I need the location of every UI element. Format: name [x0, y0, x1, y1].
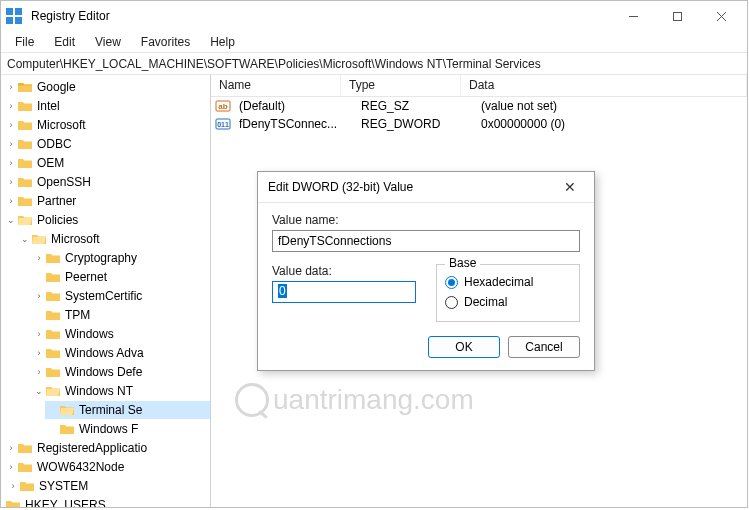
expand-icon[interactable]: ›	[5, 442, 17, 454]
header-name[interactable]: Name	[211, 75, 341, 96]
folder-icon	[17, 118, 33, 132]
folder-icon	[45, 251, 61, 265]
tree-item-openssh[interactable]: OpenSSH	[37, 175, 91, 189]
svg-text:ab: ab	[218, 102, 227, 111]
radio-label: Hexadecimal	[464, 275, 533, 289]
ok-button[interactable]: OK	[428, 336, 500, 358]
svg-rect-0	[6, 8, 13, 15]
tree-item-google[interactable]: Google	[37, 80, 76, 94]
tree-item-partner[interactable]: Partner	[37, 194, 76, 208]
regedit-icon	[5, 7, 23, 25]
menu-help[interactable]: Help	[200, 33, 245, 51]
tree-pane[interactable]: ›Google ›Intel ›Microsoft ›ODBC ›OEM ›Op…	[1, 75, 211, 507]
maximize-button[interactable]	[655, 2, 699, 30]
expand-icon[interactable]: ›	[5, 195, 17, 207]
tree-item-windows[interactable]: Windows	[65, 327, 114, 341]
tree-item-policies-microsoft[interactable]: Microsoft	[51, 232, 100, 246]
menu-favorites[interactable]: Favorites	[131, 33, 200, 51]
expand-icon[interactable]: ›	[33, 366, 45, 378]
folder-icon	[45, 308, 61, 322]
tree-item-terminal-services[interactable]: Terminal Se	[79, 403, 142, 417]
dialog-close-button[interactable]: ✕	[556, 177, 584, 197]
radio-label: Decimal	[464, 295, 507, 309]
expand-spacer	[47, 404, 59, 416]
folder-icon	[17, 99, 33, 113]
close-button[interactable]	[699, 2, 743, 30]
svg-rect-5	[673, 12, 681, 20]
tree-item-policies[interactable]: Policies	[37, 213, 78, 227]
svg-rect-3	[15, 17, 22, 24]
edit-dword-dialog: Edit DWORD (32-bit) Value ✕ Value name: …	[257, 171, 595, 371]
folder-open-icon	[31, 232, 47, 246]
collapse-icon[interactable]: ⌄	[5, 214, 17, 226]
expand-icon[interactable]: ›	[5, 81, 17, 93]
expand-icon[interactable]: ›	[5, 119, 17, 131]
tree-item-systemcert[interactable]: SystemCertific	[65, 289, 142, 303]
expand-icon[interactable]: ›	[5, 461, 17, 473]
menu-file[interactable]: File	[5, 33, 44, 51]
folder-icon	[17, 80, 33, 94]
expand-icon[interactable]: ›	[33, 347, 45, 359]
expand-icon[interactable]: ›	[5, 138, 17, 150]
value-type: REG_DWORD	[357, 117, 477, 131]
header-type[interactable]: Type	[341, 75, 461, 96]
folder-icon	[45, 270, 61, 284]
tree-item-system[interactable]: SYSTEM	[39, 479, 88, 493]
tree-item-wow64[interactable]: WOW6432Node	[37, 460, 124, 474]
expand-icon[interactable]: ›	[7, 480, 19, 492]
svg-rect-1	[15, 8, 22, 15]
tree-item-intel[interactable]: Intel	[37, 99, 60, 113]
base-fieldset: Base Hexadecimal Decimal	[436, 264, 580, 322]
folder-icon	[5, 498, 21, 507]
tree-item-odbc[interactable]: ODBC	[37, 137, 72, 151]
dword-value-icon: 011	[215, 116, 231, 132]
radio-decimal[interactable]: Decimal	[445, 293, 571, 311]
value-name: (Default)	[235, 99, 357, 113]
expand-icon[interactable]: ›	[5, 176, 17, 188]
dialog-titlebar[interactable]: Edit DWORD (32-bit) Value ✕	[258, 172, 594, 202]
tree-item-microsoft[interactable]: Microsoft	[37, 118, 86, 132]
folder-icon	[17, 175, 33, 189]
value-name-input[interactable]	[272, 230, 580, 252]
expand-icon[interactable]: ›	[33, 328, 45, 340]
expand-icon[interactable]: ›	[33, 252, 45, 264]
value-data-input[interactable]: 0	[272, 281, 416, 303]
tree-item-windowsdef[interactable]: Windows Defe	[65, 365, 142, 379]
tree-item-hkeyusers[interactable]: HKEY_USERS	[25, 498, 106, 507]
collapse-icon[interactable]: ⌄	[33, 385, 45, 397]
folder-open-icon	[59, 403, 75, 417]
collapse-icon[interactable]: ⌄	[19, 233, 31, 245]
tree-item-windowsadv[interactable]: Windows Adva	[65, 346, 144, 360]
list-header: Name Type Data	[211, 75, 747, 97]
tree-item-cryptography[interactable]: Cryptography	[65, 251, 137, 265]
tree-item-windowsf[interactable]: Windows F	[79, 422, 138, 436]
value-data: (value not set)	[477, 99, 747, 113]
expand-icon[interactable]: ›	[5, 157, 17, 169]
path-bar[interactable]: Computer\HKEY_LOCAL_MACHINE\SOFTWARE\Pol…	[1, 53, 747, 75]
menubar: File Edit View Favorites Help	[1, 31, 747, 53]
folder-icon	[45, 365, 61, 379]
tree-item-peernet[interactable]: Peernet	[65, 270, 107, 284]
expand-icon[interactable]: ›	[33, 290, 45, 302]
folder-open-icon	[17, 213, 33, 227]
minimize-button[interactable]	[611, 2, 655, 30]
tree-item-oem[interactable]: OEM	[37, 156, 64, 170]
registry-editor-window: Registry Editor File Edit View Favorites…	[0, 0, 748, 508]
folder-icon	[45, 346, 61, 360]
value-name: fDenyTSConnec...	[235, 117, 357, 131]
list-row[interactable]: ab (Default) REG_SZ (value not set)	[211, 97, 747, 115]
list-row[interactable]: 011 fDenyTSConnec... REG_DWORD 0x0000000…	[211, 115, 747, 133]
cancel-button[interactable]: Cancel	[508, 336, 580, 358]
tree-item-regapp[interactable]: RegisteredApplicatio	[37, 441, 147, 455]
menu-edit[interactable]: Edit	[44, 33, 85, 51]
radio-hexadecimal[interactable]: Hexadecimal	[445, 273, 571, 291]
header-data[interactable]: Data	[461, 75, 747, 96]
folder-icon	[17, 441, 33, 455]
tree-item-windowsnt[interactable]: Windows NT	[65, 384, 133, 398]
folder-icon	[19, 479, 35, 493]
tree-item-tpm[interactable]: TPM	[65, 308, 90, 322]
value-data: 0x00000000 (0)	[477, 117, 747, 131]
path-text: Computer\HKEY_LOCAL_MACHINE\SOFTWARE\Pol…	[7, 57, 541, 71]
expand-icon[interactable]: ›	[5, 100, 17, 112]
menu-view[interactable]: View	[85, 33, 131, 51]
